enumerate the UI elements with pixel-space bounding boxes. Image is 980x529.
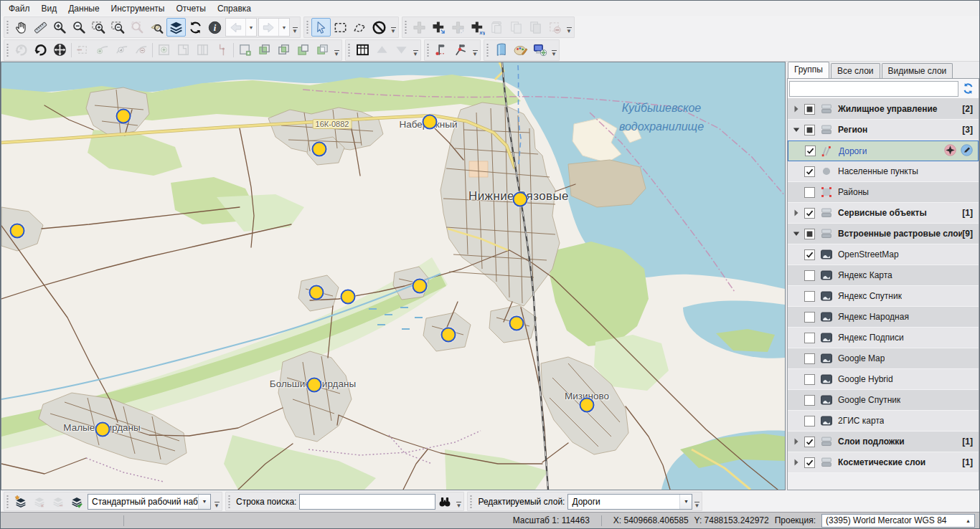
- layer-row[interactable]: Дороги: [788, 140, 979, 161]
- layer-group-row[interactable]: Жилищное управление[2]: [788, 99, 979, 120]
- map-marker[interactable]: [423, 115, 438, 130]
- map-marker[interactable]: [509, 316, 524, 331]
- workset-exclude-button[interactable]: [49, 493, 67, 510]
- layer-row[interactable]: Населенные пункты: [788, 161, 979, 182]
- move-feature-button[interactable]: [50, 41, 70, 59]
- layers-visibility-button[interactable]: [166, 18, 186, 37]
- map-marker[interactable]: [441, 328, 456, 343]
- tab-группы[interactable]: Группы: [788, 62, 829, 78]
- undo-all-button[interactable]: [11, 41, 31, 59]
- layer-row[interactable]: Яндекс Народная: [788, 307, 979, 328]
- layer-checkbox[interactable]: [804, 291, 815, 302]
- nav-back-dropdown[interactable]: ▼: [245, 19, 256, 36]
- menu-данные[interactable]: Данные: [62, 2, 105, 15]
- layer-group-row[interactable]: Слои подложки[1]: [788, 432, 979, 452]
- map-marker[interactable]: [307, 378, 322, 393]
- layer-group-row[interactable]: Встроенные растровые слои[9]: [788, 224, 979, 244]
- geometry-add-button[interactable]: [235, 41, 255, 59]
- toolbar-grip[interactable]: [306, 19, 309, 35]
- line-split-button[interactable]: [212, 41, 232, 59]
- geometry-symmetric-button[interactable]: [313, 41, 332, 59]
- move-up-button[interactable]: [372, 41, 392, 59]
- menu-инструменты[interactable]: Инструменты: [105, 2, 171, 15]
- layer-row[interactable]: Google Hybrid: [788, 369, 979, 390]
- selection-clear-button[interactable]: [369, 18, 389, 37]
- tab-видимые-слои[interactable]: Видимые слои: [882, 63, 953, 78]
- toolbar-grip[interactable]: [347, 42, 351, 58]
- duplicate-feature-button[interactable]: [526, 18, 545, 37]
- map-marker[interactable]: [10, 224, 25, 239]
- projection-combo[interactable]: (3395) World Mercator WGS 84 ▲: [821, 514, 975, 528]
- zoom-previous-button[interactable]: [128, 18, 147, 37]
- map-marker[interactable]: [341, 290, 356, 305]
- toolbar-overflow[interactable]: ▼: [291, 18, 299, 37]
- layer-filter-input[interactable]: [789, 81, 958, 97]
- tree-expander[interactable]: [791, 230, 802, 237]
- toolbar-grip[interactable]: [404, 19, 407, 35]
- tree-expander[interactable]: [791, 105, 802, 113]
- tab-все-слои[interactable]: Все слои: [831, 63, 880, 78]
- edit-rectangle-button[interactable]: [73, 41, 93, 59]
- toolbar-overflow[interactable]: ▼: [212, 492, 221, 511]
- toolbar-grip[interactable]: [6, 42, 9, 58]
- menu-вид[interactable]: Вид: [36, 2, 63, 15]
- toolbar-grip[interactable]: [6, 494, 9, 510]
- toolbar-overflow[interactable]: ▼: [411, 41, 420, 59]
- map-marker[interactable]: [95, 422, 110, 437]
- layer-row[interactable]: Google Спутник: [788, 390, 979, 411]
- zoom-out-button[interactable]: [70, 18, 89, 37]
- toolbar-grip[interactable]: [486, 42, 489, 58]
- layer-row[interactable]: Google Map: [788, 348, 979, 369]
- workset-remove-button[interactable]: [30, 493, 49, 510]
- map-marker[interactable]: [513, 192, 528, 207]
- segment-direction-button[interactable]: [112, 41, 131, 59]
- nav-back-button[interactable]: [226, 18, 245, 37]
- workset-apply-button[interactable]: [67, 493, 86, 510]
- layer-checkbox[interactable]: [804, 437, 815, 447]
- layer-checkbox[interactable]: [804, 249, 815, 260]
- editable-layer-combo[interactable]: Дороги ▼: [567, 494, 692, 510]
- layer-checkbox[interactable]: [804, 166, 815, 177]
- layer-row[interactable]: Яндекс Спутник: [788, 286, 979, 307]
- refresh-map-button[interactable]: [186, 18, 205, 37]
- layer-checkbox[interactable]: [804, 187, 815, 198]
- layer-row[interactable]: Яндекс Подписи: [788, 328, 979, 348]
- select-cursor-button[interactable]: [311, 18, 331, 37]
- geometry-union-button[interactable]: [255, 41, 274, 59]
- map-marker[interactable]: [580, 398, 595, 413]
- layer-checkbox[interactable]: [805, 146, 816, 156]
- layer-checkbox[interactable]: [804, 312, 815, 323]
- node-turn-button[interactable]: [451, 41, 471, 59]
- layer-row[interactable]: 2ГИС карта: [788, 411, 979, 432]
- map-marker[interactable]: [312, 142, 327, 157]
- toolbar-overflow[interactable]: ▼: [565, 18, 573, 37]
- edit-style-button[interactable]: [960, 143, 974, 159]
- undo-button[interactable]: [31, 41, 50, 59]
- toolbar-overflow[interactable]: ▼: [692, 492, 701, 511]
- polygon-hole-button[interactable]: [174, 41, 193, 59]
- layer-checkbox[interactable]: [804, 229, 815, 239]
- layer-checkbox[interactable]: [804, 374, 815, 385]
- add-feature-xy-button[interactable]: xy: [468, 18, 487, 37]
- layer-checkbox[interactable]: [804, 353, 815, 364]
- tree-expander[interactable]: [791, 209, 802, 216]
- layer-checkbox[interactable]: [804, 395, 815, 406]
- layer-checkbox[interactable]: [804, 208, 815, 219]
- geometry-subtract-button[interactable]: [293, 41, 313, 59]
- node-start-button[interactable]: [432, 41, 451, 59]
- tree-expander[interactable]: [791, 438, 802, 445]
- layer-row[interactable]: Районы: [788, 182, 979, 203]
- layer-row[interactable]: OpenStreetMap: [788, 244, 979, 265]
- toolbar-overflow[interactable]: ▼: [471, 41, 479, 59]
- layer-row[interactable]: Яндекс Карта: [788, 265, 979, 286]
- map-marker[interactable]: [413, 279, 428, 294]
- tree-refresh-button[interactable]: [958, 80, 977, 97]
- paste-feature-button[interactable]: [487, 18, 507, 37]
- combo-arrow-icon[interactable]: ▼: [679, 495, 692, 509]
- polygon-new-button[interactable]: [154, 41, 174, 59]
- add-feature-button[interactable]: [410, 18, 429, 37]
- toolbar-overflow[interactable]: ▼: [389, 18, 397, 37]
- toolbar-grip[interactable]: [6, 19, 9, 35]
- map-marker[interactable]: [309, 285, 324, 300]
- select-polygon-button[interactable]: [350, 18, 369, 37]
